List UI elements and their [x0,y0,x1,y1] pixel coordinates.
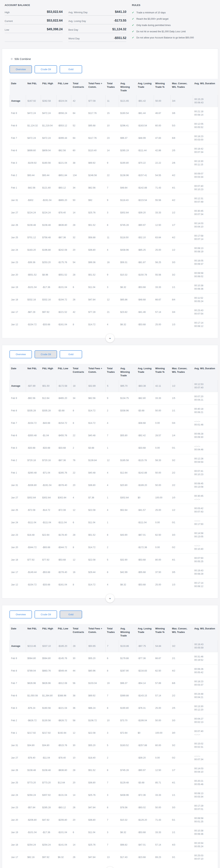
table-cell: 5 [106,554,119,566]
duration-cell: 00:18:2300:03:00 [193,132,218,144]
tab-crude-oil[interactable]: Crude Oil [34,65,57,73]
table-cell: 1 [106,516,119,529]
gold-table: DateNet P&LP&L HighP&L LowTotal Contract… [9,624,218,863]
table-cell: 56.25 [154,256,171,269]
losing-duration: 00:01:25 [194,820,216,823]
table-cell: $472.24 [41,107,56,119]
table-cell: 134 [71,169,87,182]
table-cell: $108.48 [41,219,56,231]
duration-cell: 00:12:0500:05:52 [193,119,218,132]
table-cell: 4 [106,504,119,516]
table-cell: 4 [106,466,119,479]
table-cell: -$78.40 [56,206,71,219]
table-cell: 7 [106,640,119,652]
table-cell: 25.00 [154,318,171,331]
table-cell: -$216.83 [136,664,154,677]
table-cell: $51.52 [87,219,106,231]
tab-gold[interactable]: Gold [60,350,82,358]
table-cell: $160.56 [41,157,56,169]
table-cell: -$553.12 [56,119,71,132]
table-cell: Jan 19 [10,826,26,838]
winning-duration: 00:30:45 [194,494,216,498]
collapse-panel-button[interactable]: ▲ [106,866,114,868]
table-cell: -$77.36 [136,652,154,664]
table-cell: 85.71 [154,776,171,789]
day-stat-row: Avg. Losing Day-$173.55 [68,16,126,24]
losing-duration: 00:05:52 [194,126,216,129]
duration-cell: 00:03:4200:07:43 [193,504,218,516]
table-cell: Jan 17 [10,306,26,318]
table-cell: $52.64 [119,504,136,516]
table-cell: -$78.40 [56,751,71,764]
table-cell: 12 [106,454,119,466]
losing-duration: 00:04:54 [194,460,216,464]
winning-duration: 00:08:13 [194,247,216,250]
table-cell: 80.00 [154,554,171,566]
tab-overview[interactable]: Overview [9,350,32,358]
tab-overview[interactable]: Overview [9,611,32,618]
column-header: Total Trades [106,79,119,95]
duration-cell: 00:08:1300:03:34 [193,789,218,801]
table-cell: $12.64 [41,392,56,404]
table-cell: 46.67 [154,107,171,119]
table-cell: Feb 2 [10,169,26,182]
table-cell: -$111.04 [26,516,41,529]
table-cell: $11.04 [87,281,106,293]
table-cell: 30 [71,739,87,751]
table-cell: $6.32 [56,851,71,863]
collapse-panel-button[interactable]: ▲ [106,594,114,603]
duration-cell: 00:04:2700:02:13 [193,714,218,726]
table-cell: $36.80 [87,479,106,491]
table-cell: -$83.38 [136,380,154,392]
tab-crude-oil[interactable]: Crude Oil [34,611,57,618]
table-cell: -$87.28 [26,306,41,318]
winning-duration: 00:09:07 [194,172,216,175]
table-cell: 8/4 [171,293,193,306]
table-cell: -$33.68 [136,442,154,454]
losing-duration: 00:03:34 [194,175,216,179]
tab-gold[interactable]: Gold [60,611,82,618]
table-cell: -$129.20 [136,814,154,826]
tab-gold[interactable]: Gold [60,65,82,73]
losing-duration: 00:07:34 [194,758,216,761]
table-cell: -$194.72 [56,293,71,306]
collapse-panel-button[interactable]: ▲ [106,334,114,343]
table-cell: $246.56 [87,169,106,182]
column-header: Winning Trade % [154,79,171,95]
account-balance-heading: ACCOUNT BALANCE [5,4,63,6]
table-cell: $50.65 [87,640,106,652]
table-row: Feb 1-$42.56$121.60-$93.1234$62.567$48.6… [10,182,218,194]
column-header: Avg. Winning Trade [119,624,136,640]
table-cell: $14.72 [87,541,106,554]
table-cell: 3/2 [171,640,193,652]
table-cell: $192.64 [56,726,71,739]
table-cell: -$67.36 [56,231,71,244]
winning-duration: 00:04:27 [194,717,216,720]
combine-title: 50k Combine [15,57,31,61]
table-cell: $294.24 [26,789,41,801]
losing-duration: 00:06:36 [194,832,216,836]
table-cell: 7 [106,429,119,442]
tab-crude-oil[interactable]: Crude Oil [34,350,57,358]
tab-overview[interactable]: Overview [9,65,32,73]
table-cell: $302.64 [56,491,71,504]
table-cell: -$626.72 [56,714,71,726]
rule-text: Do not allow your Account Balance to go … [136,36,194,39]
average-row: Average-$37.89$51.50-$172.5818$32.895$95… [10,380,218,392]
checkmark-icon: ✓ [132,30,134,33]
losing-duration: 00:04:21 [194,695,216,699]
column-header: Avg. W/L Duration [193,624,218,640]
table-cell: $108.48 [41,764,56,776]
table-cell: -$41.57 [136,504,154,516]
table-cell: 33.33 [154,206,171,219]
table-cell: 4/3 [171,838,193,851]
table-cell: 8 [71,318,87,331]
column-header: P&L Low [56,624,71,640]
winning-duration: 00:08:58 [194,272,216,275]
winning-duration: 00:12:26 [194,457,216,460]
table-cell: -$350.48 [26,429,41,442]
table-cell: 6/6 [171,677,193,689]
winning-duration: 00:07:20 [194,395,216,398]
table-cell: $626.96 [26,677,41,689]
table-cell: 0.00 [154,417,171,429]
